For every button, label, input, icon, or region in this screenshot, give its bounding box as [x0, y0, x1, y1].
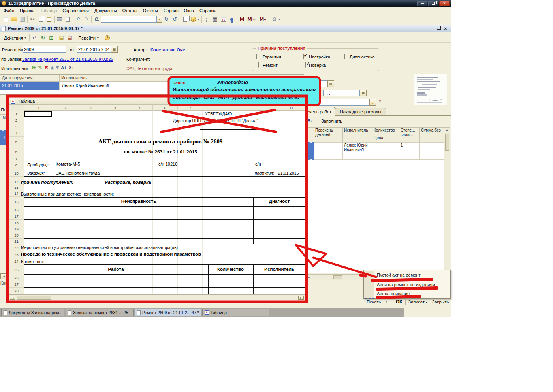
panel-header-complexity[interactable]: Степе... слож...: [399, 127, 420, 142]
find-prev-icon[interactable]: ↺: [171, 15, 179, 23]
menu-reports-1[interactable]: Отчеты: [120, 8, 140, 14]
print-button[interactable]: Печать... ▾: [363, 298, 391, 305]
panel-header-price[interactable]: Цена: [372, 135, 399, 142]
panel-cell-executor[interactable]: Лелюх Юрий Иванович¶: [342, 142, 372, 160]
monitor-m-minus-icon[interactable]: M-: [257, 15, 268, 23]
copy-add-icon[interactable]: ⊞: [47, 34, 55, 42]
move-down-button[interactable]: ▼: [56, 65, 59, 70]
taskbar-tab-table[interactable]: А Таблица: [202, 309, 269, 316]
menu-reports-2[interactable]: Отчеты: [140, 8, 161, 14]
menu-help[interactable]: Справка: [197, 8, 219, 14]
hscroll-thumb[interactable]: [333, 275, 342, 279]
row-number[interactable]: 8: [9, 161, 24, 168]
left-scroll-arrow-icon[interactable]: ◄: [0, 273, 8, 279]
taskbar-tab-repair[interactable]: Ремонт 2609 от 21.01.2...:47 *: [135, 309, 201, 316]
row-number[interactable]: 7: [9, 156, 24, 161]
row-gutter[interactable]: 1 2 3 4 5 6 7 8 10 12 13 14 15 16 17 18 …: [9, 111, 24, 294]
menu-item-writeoff-act[interactable]: Акт на списание: [377, 291, 410, 296]
row-number[interactable]: 25: [9, 264, 24, 275]
post-document-icon[interactable]: ▤: [57, 34, 66, 42]
panel-sort-icon[interactable]: Я↓: [308, 119, 312, 122]
close-button[interactable]: ×: [439, 1, 450, 6]
row-number[interactable]: 1: [9, 111, 24, 117]
panel-vscrollbar[interactable]: ▲ ▼: [444, 127, 450, 273]
help-button[interactable]: ?: [103, 34, 111, 42]
col-header-3[interactable]: 3: [78, 105, 103, 111]
scroll-up-icon[interactable]: ▲: [446, 128, 448, 131]
search-input[interactable]: [101, 16, 157, 23]
spreadsheet-window[interactable]: А Таблица 1 2 3 4 5 6 7 11 1 2 3 4 5 6 7…: [9, 98, 305, 301]
fill-button[interactable]: Заполнить: [318, 119, 342, 123]
settings-wrench-icon[interactable]: ⚙: [270, 15, 278, 23]
scroll-left-icon[interactable]: ◄: [10, 296, 15, 300]
row-number[interactable]: 17: [9, 213, 24, 220]
menu-item-acts-by-products[interactable]: Акты на ремонт по изделиям: [377, 282, 435, 287]
col-header-4[interactable]: 4: [103, 105, 128, 111]
term-calendar-icon[interactable]: ▦: [327, 80, 334, 87]
cut-icon[interactable]: ✂: [28, 15, 37, 23]
search-dropdown-icon[interactable]: ▾: [157, 16, 162, 23]
paste-icon[interactable]: [45, 15, 53, 23]
panel-grid-body[interactable]: [306, 160, 444, 273]
monitor-m-icon[interactable]: M: [238, 15, 246, 23]
checkbox-verification[interactable]: [305, 62, 306, 68]
clear-button[interactable]: ×: [377, 98, 383, 105]
close-form-button[interactable]: Закрыть: [430, 298, 451, 305]
col-header-1[interactable]: 1: [24, 105, 53, 111]
undo-icon[interactable]: ↶: [74, 15, 82, 23]
row-number[interactable]: 21: [9, 239, 24, 244]
sheet-hscroll-thumb[interactable]: [17, 296, 51, 300]
refresh-icon[interactable]: ↻: [39, 34, 47, 42]
row-number[interactable]: 5: [9, 137, 24, 147]
checkbox-warranty[interactable]: [256, 54, 257, 59]
panel-header-details[interactable]: Перечень деталей: [314, 127, 343, 142]
unpost-document-icon[interactable]: ▤: [66, 34, 74, 42]
open-icon[interactable]: [10, 15, 18, 23]
repair-date-input[interactable]: [77, 46, 111, 53]
panel-header-executor[interactable]: Исполнитель: [342, 127, 372, 142]
sort-desc-button[interactable]: Я↓: [69, 66, 74, 70]
calendar-icon[interactable]: 31: [219, 15, 228, 23]
settings-dropdown-icon[interactable]: ▾: [278, 17, 280, 21]
extra-field-input[interactable]: [314, 99, 369, 106]
row-number[interactable]: 2: [9, 117, 24, 124]
works-grid-n-cell[interactable]: 1: [0, 130, 8, 145]
col-header-2[interactable]: 2: [53, 105, 78, 111]
checkbox-diagnostics[interactable]: [344, 54, 345, 59]
minimize-button[interactable]: [417, 1, 427, 6]
edit-row-button[interactable]: ✎: [38, 64, 42, 70]
row-number[interactable]: 20: [9, 232, 24, 239]
info-dropdown-icon[interactable]: ▾: [198, 17, 199, 21]
print-icon[interactable]: [55, 15, 64, 23]
info-icon[interactable]: i: [189, 15, 198, 23]
calendar-picker-icon[interactable]: ▦: [111, 46, 118, 53]
request-link[interactable]: Заявка на ремонт 2631 от 21.01.2015 9:03…: [22, 57, 113, 62]
row-number[interactable]: 16: [9, 207, 24, 213]
col-header-6[interactable]: 6: [152, 105, 177, 111]
row-number[interactable]: 28: [9, 288, 24, 294]
col-header-11[interactable]: 11: [277, 105, 305, 111]
monitor-m-plus-icon[interactable]: M+: [246, 15, 257, 23]
menu-table[interactable]: Таблица: [37, 8, 60, 14]
new-document-icon[interactable]: [2, 15, 10, 23]
doc-restore-icon[interactable]: [436, 28, 436, 32]
panel-cell-details[interactable]: [314, 142, 343, 160]
row-number[interactable]: 26: [9, 275, 24, 281]
save-close-icon[interactable]: ↵: [30, 34, 39, 42]
goto-button[interactable]: Перейти▾: [76, 35, 101, 41]
maximize-button[interactable]: [428, 1, 438, 6]
panel-header-sum[interactable]: Сумма без: [419, 127, 444, 142]
row-number[interactable]: 19: [9, 226, 24, 232]
menu-windows[interactable]: Окна: [181, 8, 197, 14]
doc-close-icon[interactable]: ×: [444, 26, 447, 32]
duplicate-icon[interactable]: [181, 15, 189, 23]
move-up-button[interactable]: ▲: [51, 65, 54, 70]
row-number[interactable]: 27: [9, 281, 24, 288]
sheet-hscrollbar[interactable]: ◄ ►: [9, 294, 305, 300]
menu-item-empty-act[interactable]: Пустой акт на ремонт: [377, 273, 420, 277]
panel-cell-complexity[interactable]: 1: [399, 142, 420, 160]
menu-service[interactable]: Сервис: [161, 8, 181, 14]
user-permissions-icon[interactable]: [228, 15, 236, 23]
row-number[interactable]: 13: [9, 185, 24, 190]
completion-calendar-icon[interactable]: ▦: [360, 90, 367, 96]
